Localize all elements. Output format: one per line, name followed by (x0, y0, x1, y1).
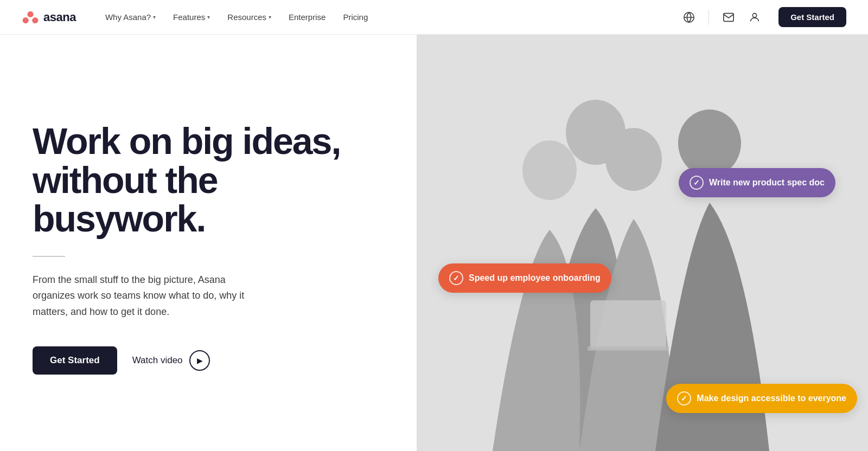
check-icon: ✓ (449, 271, 463, 285)
svg-point-8 (522, 140, 577, 200)
mail-icon (723, 11, 735, 23)
chevron-down-icon: ▾ (269, 14, 271, 20)
nav-item-pricing[interactable]: Pricing (335, 8, 375, 26)
watch-video-button[interactable]: Watch video ▶ (132, 350, 210, 371)
nav-item-features[interactable]: Features ▾ (165, 8, 218, 26)
logo-link[interactable]: asana (22, 9, 76, 26)
hero-divider (33, 256, 65, 257)
svg-point-10 (678, 109, 741, 177)
task-chip-purple: ✓ Write new product spec doc (679, 168, 835, 197)
task-chip-red: ✓ Speed up employee onboarding (438, 263, 611, 293)
hero-left: Work on big ideas, without the busywork.… (0, 35, 417, 451)
check-icon: ✓ (690, 176, 704, 190)
svg-rect-11 (590, 300, 666, 349)
svg-point-9 (605, 128, 662, 191)
hero-body-text: From the small stuff to the big picture,… (33, 272, 260, 320)
hero-section: Work on big ideas, without the busywork.… (0, 35, 868, 451)
navbar: asana Why Asana? ▾ Features ▾ Resources … (0, 0, 868, 35)
hero-right: ✓ Write new product spec doc ✓ Speed up … (417, 35, 868, 451)
chevron-down-icon: ▾ (153, 14, 156, 20)
globe-icon (683, 11, 695, 23)
hero-headline: Work on big ideas, without the busywork. (33, 122, 384, 238)
logo-text: asana (43, 10, 76, 24)
nav-item-why-asana[interactable]: Why Asana? ▾ (98, 8, 163, 26)
hero-actions: Get Started Watch video ▶ (33, 346, 384, 375)
user-icon (749, 11, 761, 23)
chevron-down-icon: ▾ (207, 14, 210, 20)
globe-button[interactable] (678, 7, 700, 28)
check-icon: ✓ (677, 391, 691, 405)
mail-button[interactable] (718, 7, 739, 28)
user-button[interactable] (744, 7, 765, 28)
nav-links: Why Asana? ▾ Features ▾ Resources ▾ Ente… (98, 8, 678, 26)
task-chip-orange: ✓ Make design accessible to everyone (666, 384, 857, 413)
svg-rect-12 (588, 346, 669, 351)
hero-get-started-button[interactable]: Get Started (33, 346, 117, 375)
play-icon: ▶ (189, 350, 210, 371)
nav-get-started-button[interactable]: Get Started (778, 7, 846, 27)
svg-point-1 (23, 17, 29, 23)
svg-point-0 (27, 11, 33, 17)
nav-item-resources[interactable]: Resources ▾ (220, 8, 279, 26)
nav-divider (709, 10, 709, 25)
svg-point-5 (752, 13, 756, 17)
nav-item-enterprise[interactable]: Enterprise (281, 8, 333, 26)
asana-logo-icon (22, 9, 39, 26)
nav-icons-group: Get Started (678, 7, 846, 28)
svg-point-2 (32, 17, 38, 23)
